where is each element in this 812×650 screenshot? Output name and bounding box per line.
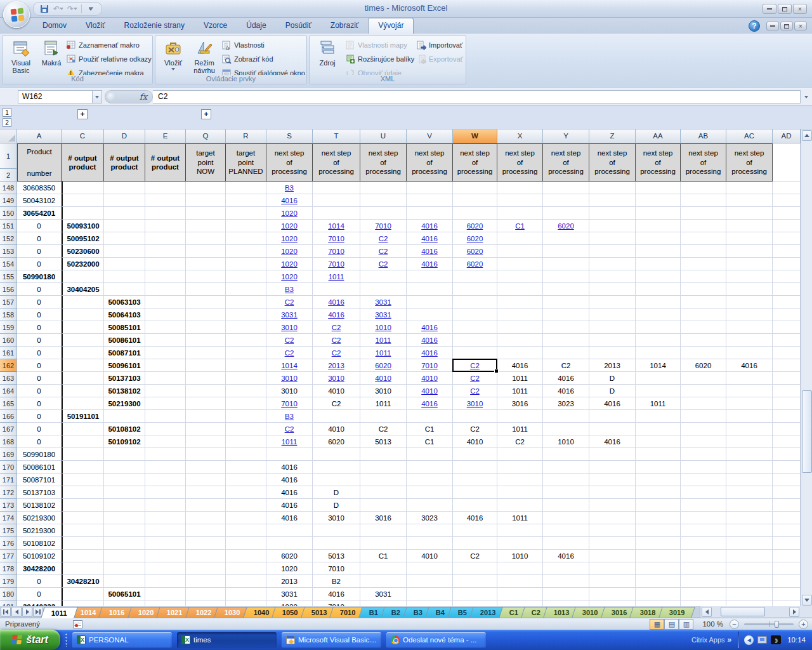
column-header-Z[interactable]: Z [589,129,636,143]
cell-AA154[interactable] [636,258,681,270]
cell-X180[interactable] [497,588,543,600]
cell-D164[interactable]: 50138102 [104,385,145,397]
cell-S152[interactable]: 1020 [266,232,313,245]
row-header-160[interactable]: 160 [0,334,17,347]
cell-AC172[interactable] [726,486,773,499]
cell-AD174[interactable] [773,512,801,524]
scroll-up-button[interactable] [802,130,812,141]
cell-AC153[interactable] [726,245,773,258]
cell-AA162[interactable]: 1014 [636,359,681,372]
cell-AB160[interactable] [681,334,726,347]
cell-V155[interactable] [407,270,453,283]
cell-V166[interactable] [407,410,453,423]
normal-view-button[interactable]: ▦ [650,619,664,630]
cell-AD164[interactable] [773,385,801,397]
cell-AB156[interactable] [681,283,726,296]
name-box[interactable]: W162 [18,90,93,103]
cell-C174[interactable] [62,512,104,524]
start-button[interactable]: štart [0,630,60,650]
cell-S174[interactable]: 4016 [266,512,313,524]
cell-Z179[interactable] [589,575,636,588]
row-header-163[interactable]: 163 [0,372,17,385]
cell-X172[interactable] [497,486,543,499]
cell-Y169[interactable] [543,448,589,461]
cell-W170[interactable] [453,461,497,474]
cell-D160[interactable]: 50086101 [104,334,145,347]
cell-C170[interactable] [62,461,104,474]
cell-V165[interactable]: 4016 [407,397,453,410]
zoom-slider[interactable] [744,623,794,625]
cell-C150[interactable] [62,207,104,220]
zoom-out-button[interactable]: − [730,620,739,629]
cell-X167[interactable]: 1011 [497,423,543,435]
cell-W163[interactable]: C2 [453,372,497,385]
cell-AD177[interactable] [773,550,801,562]
cell-E168[interactable] [145,435,186,448]
cell-W180[interactable] [453,588,497,600]
cell-AC157[interactable] [726,296,773,308]
cell-Z155[interactable] [589,270,636,283]
cell-X154[interactable] [497,258,543,270]
cell-A155[interactable]: 50990180 [17,270,62,283]
cell-AB169[interactable] [681,448,726,461]
cell-X156[interactable] [497,283,543,296]
cell-E174[interactable] [145,512,186,524]
cell-U159[interactable]: 1010 [360,321,407,334]
cell-AD172[interactable] [773,486,801,499]
cell-R159[interactable] [226,321,266,334]
cell-Y171[interactable] [543,474,589,486]
cell-AD162[interactable] [773,359,801,372]
cell-R169[interactable] [226,448,266,461]
outline-expand-button[interactable]: + [77,109,88,119]
cell-Y181[interactable] [543,600,589,606]
cell-C166[interactable]: 50191101 [62,410,104,423]
column-header-Y[interactable]: Y [543,129,589,143]
cell-AD159[interactable] [773,321,801,334]
cell-AA181[interactable] [636,600,681,606]
cell-T156[interactable] [313,283,360,296]
cell-Y156[interactable] [543,283,589,296]
cell-T178[interactable]: 7010 [313,562,360,575]
cell-S162[interactable]: 1014 [266,359,313,372]
cell-AD151[interactable] [773,220,801,232]
cell-U155[interactable] [360,270,407,283]
scroll-down-button[interactable] [802,595,812,606]
cell-R164[interactable] [226,385,266,397]
taskbar-button-microsoft-visual-basic-[interactable]: Microsoft Visual Basic ... [282,632,381,648]
cell-W160[interactable] [453,334,497,347]
cell-V176[interactable] [407,537,453,550]
cell-AB159[interactable] [681,321,726,334]
cell-AD179[interactable] [773,575,801,588]
cell-X148[interactable] [497,182,543,194]
cell-AD181[interactable] [773,600,801,606]
cell-R166[interactable] [226,410,266,423]
cell-Q173[interactable] [186,499,226,512]
cell-A181[interactable]: 30440322 [17,600,62,606]
cell-W173[interactable] [453,499,497,512]
cell-U166[interactable] [360,410,407,423]
cell-S151[interactable]: 1020 [266,220,313,232]
cell-D167[interactable]: 50108102 [104,423,145,435]
vertical-scrollbar[interactable] [801,129,812,606]
cell-R172[interactable] [226,486,266,499]
cell-X179[interactable] [497,575,543,588]
cell-D169[interactable] [104,448,145,461]
cell-E180[interactable] [145,588,186,600]
cell-D151[interactable] [104,220,145,232]
name-box-dropdown[interactable] [93,90,102,103]
cell-S155[interactable]: 1020 [266,270,313,283]
cell-AD161[interactable] [773,347,801,359]
cell-W155[interactable] [453,270,497,283]
column-header-W[interactable]: W [453,129,497,143]
cell-R160[interactable] [226,334,266,347]
cell-AC166[interactable] [726,410,773,423]
cell-A148[interactable]: 30608350 [17,182,62,194]
cell-X160[interactable] [497,334,543,347]
cell-T152[interactable]: 7010 [313,232,360,245]
cell-V164[interactable]: 4010 [407,385,453,397]
record-macro-status-icon[interactable] [73,620,82,628]
makra-button[interactable]: Makrá [39,37,64,76]
cell-D172[interactable] [104,486,145,499]
cell-T160[interactable]: C2 [313,334,360,347]
cell-Q154[interactable] [186,258,226,270]
